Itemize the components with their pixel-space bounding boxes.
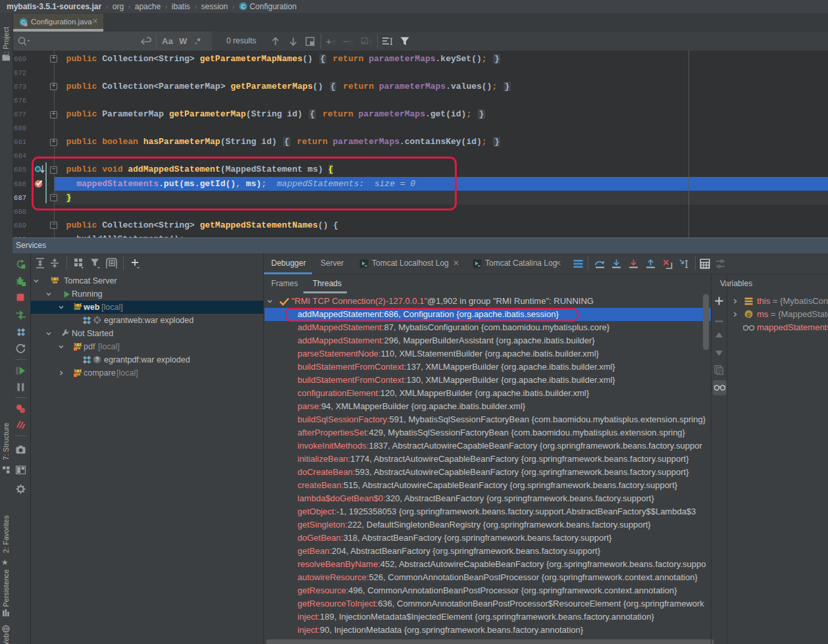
svg-text:p: p <box>747 311 750 318</box>
svg-text:C: C <box>241 3 246 10</box>
svg-text:?: ? <box>95 356 99 362</box>
